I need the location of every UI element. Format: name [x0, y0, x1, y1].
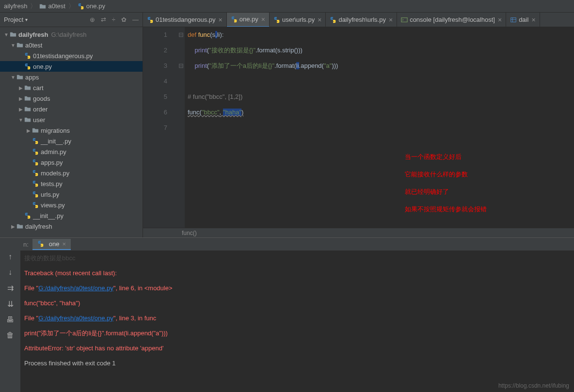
close-icon[interactable]: ×: [219, 16, 223, 24]
tree-item[interactable]: tests.py: [0, 178, 143, 189]
up-icon[interactable]: ↑: [8, 252, 12, 261]
collapse-icon[interactable]: ÷: [112, 16, 115, 23]
sidebar-header: Project ⊕ ⇄ ÷ ✿ —: [0, 13, 143, 27]
tree-item[interactable]: ▶migrations: [0, 125, 143, 136]
tree-item[interactable]: apps.py: [0, 157, 143, 168]
print-icon[interactable]: 🖶: [6, 315, 14, 324]
close-icon[interactable]: ×: [63, 240, 66, 248]
chevron-icon: 〉: [68, 2, 75, 11]
path-breadcrumb: ailyfresh 〉 a0test 〉 one.py: [0, 0, 574, 13]
expand-icon[interactable]: ⇄: [101, 16, 106, 23]
folder-icon: [39, 3, 46, 10]
editor-tab[interactable]: console [dailyfresh@localhost]×: [397, 13, 506, 27]
hide-icon[interactable]: —: [132, 16, 139, 23]
target-icon[interactable]: ⊕: [90, 16, 95, 23]
project-sidebar: Project ⊕ ⇄ ÷ ✿ — ▼ dailyfreshG:\dailyfr…: [0, 13, 143, 237]
editor-tab[interactable]: one.py×: [227, 13, 270, 27]
tree-item[interactable]: models.py: [0, 168, 143, 178]
trash-icon[interactable]: 🗑: [6, 331, 14, 340]
gear-icon[interactable]: ✿: [121, 16, 127, 23]
close-icon[interactable]: ×: [389, 16, 393, 24]
tree-item[interactable]: one.py: [0, 61, 143, 72]
tree-item[interactable]: ▶cart: [0, 82, 143, 93]
close-icon[interactable]: ×: [261, 16, 265, 23]
svg-rect-0: [401, 17, 407, 22]
close-icon[interactable]: ×: [318, 16, 321, 24]
console-output[interactable]: 接收的数据是bbcc Traceback (most recent call l…: [20, 251, 574, 392]
run-toolbar: ↑ ↓ ⇉ ⇊ 🖶 🗑: [0, 238, 20, 392]
python-file-icon: [78, 3, 84, 10]
tree-item[interactable]: ▼user: [0, 114, 143, 125]
wrap-icon[interactable]: ⇉: [7, 283, 14, 293]
tree-item[interactable]: 01testisdangerous.py: [0, 50, 143, 61]
svg-rect-1: [511, 17, 516, 22]
python-file-icon: [37, 240, 44, 247]
tree-root[interactable]: ▼ dailyfreshG:\dailyfresh: [0, 29, 143, 40]
code-breadcrumb[interactable]: func(): [143, 228, 574, 237]
editor-tab[interactable]: user\urls.py×: [270, 13, 326, 27]
project-tree: ▼ dailyfreshG:\dailyfresh ▼a0test01testi…: [0, 27, 143, 237]
file-link[interactable]: G:/dailyfresh/a0test/one.py: [38, 284, 113, 292]
tree-item[interactable]: ▼a0test: [0, 40, 143, 50]
line-gutter: 1234567: [143, 27, 177, 228]
run-panel: ↑ ↓ ⇉ ⇊ 🖶 🗑 n: one × 接收的数据是bbcc Tracebac…: [0, 237, 574, 392]
breadcrumb-file[interactable]: one.py: [86, 2, 105, 10]
tree-item[interactable]: __init__.py: [0, 210, 143, 221]
tree-item[interactable]: __init__.py: [0, 136, 143, 146]
close-icon[interactable]: ×: [498, 16, 502, 24]
breadcrumb-folder[interactable]: a0test: [48, 2, 65, 10]
code-content[interactable]: def func(s,li): print("接收的数据是{}".format(…: [185, 27, 574, 228]
scroll-icon[interactable]: ⇊: [7, 299, 14, 309]
tree-item[interactable]: urls.py: [0, 189, 143, 200]
breadcrumb-root[interactable]: ailyfresh: [4, 2, 27, 10]
tree-item[interactable]: admin.py: [0, 146, 143, 157]
run-tabs: n: one ×: [20, 238, 574, 251]
close-icon[interactable]: ×: [531, 16, 535, 24]
editor-body[interactable]: 1234567 ⊟⊟ def func(s,li): print("接收的数据是…: [143, 27, 574, 228]
folder-icon: [10, 31, 16, 38]
editor-tab[interactable]: 01testisdangerous.py×: [143, 13, 227, 27]
tree-item[interactable]: views.py: [0, 200, 143, 210]
fold-column: ⊟⊟: [177, 27, 185, 228]
editor-tabs: 01testisdangerous.py×one.py×user\urls.py…: [143, 13, 574, 27]
watermark: https://blog.csdn.net/ifubing: [498, 382, 569, 389]
tree-item[interactable]: ▼apps: [0, 72, 143, 82]
tree-item[interactable]: ▶goods: [0, 93, 143, 104]
sidebar-title[interactable]: Project: [4, 16, 28, 23]
chevron-icon: 〉: [30, 2, 36, 11]
editor-area: 01testisdangerous.py×one.py×user\urls.py…: [143, 13, 574, 237]
run-label: n:: [23, 241, 29, 248]
tree-item[interactable]: ▶order: [0, 104, 143, 114]
run-tab-active[interactable]: one ×: [32, 239, 71, 250]
down-icon[interactable]: ↓: [8, 268, 12, 277]
file-link[interactable]: G:/dailyfresh/a0test/one.py: [38, 314, 113, 322]
tree-item[interactable]: ▶dailyfresh: [0, 221, 143, 232]
editor-tab[interactable]: dailyfresh\urls.py×: [326, 13, 397, 27]
editor-tab[interactable]: dail×: [506, 13, 540, 27]
